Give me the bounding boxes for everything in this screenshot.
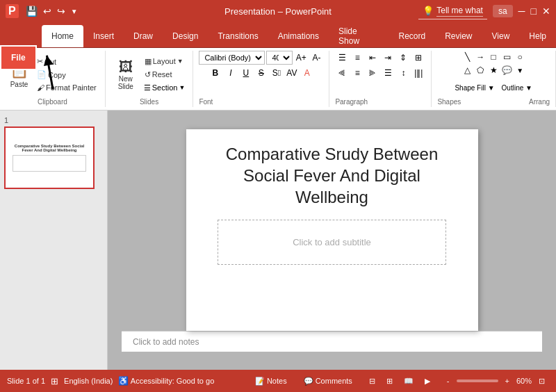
layout-button[interactable]: ▦ Layout ▼ bbox=[142, 56, 188, 67]
zoom-slider[interactable] bbox=[457, 379, 498, 382]
format-painter-button[interactable]: 🖌 Format Painter bbox=[34, 82, 99, 93]
qat-dropdown-icon[interactable]: ▼ bbox=[70, 6, 79, 17]
columns-button[interactable]: |‖| bbox=[411, 66, 425, 80]
notes-area[interactable]: Click to add notes bbox=[122, 331, 542, 352]
slide-panel: 1 Comparative Study Between Social Fever… bbox=[0, 111, 108, 370]
shape-pentagon[interactable]: ⬠ bbox=[474, 64, 486, 76]
notes-icon: 📝 bbox=[255, 377, 265, 386]
italic-button[interactable]: I bbox=[224, 66, 238, 80]
tab-review[interactable]: Review bbox=[435, 25, 482, 47]
font-size-select[interactable]: 40 bbox=[266, 51, 293, 65]
reset-icon: ↺ bbox=[145, 70, 151, 79]
shape-line[interactable]: ╲ bbox=[461, 51, 473, 63]
quick-access-toolbar: 💾 ↩ ↪ ▼ bbox=[24, 4, 79, 18]
font-color-button[interactable]: A bbox=[300, 66, 314, 80]
slide-thumb-text: Comparative Study Between Social Fever A… bbox=[6, 141, 93, 174]
slide-canvas[interactable]: Comparative Srudy BetweenSocial Fever An… bbox=[186, 129, 478, 331]
tab-home[interactable]: Home bbox=[42, 25, 83, 47]
drawing-group: ╲ → □ ▭ ○ △ ⬠ ★ 💬 ▼ Shape Fill ▼ Outline… bbox=[432, 51, 556, 107]
maximize-icon[interactable]: □ bbox=[531, 6, 537, 17]
reset-button[interactable]: ↺ Reset bbox=[142, 69, 188, 81]
tab-slideshow[interactable]: Slide Show bbox=[329, 25, 389, 47]
strikethrough-button[interactable]: S bbox=[254, 66, 268, 80]
tab-animations[interactable]: Animations bbox=[268, 25, 329, 47]
shape-star[interactable]: ★ bbox=[487, 64, 500, 76]
canvas-area: Comparative Srudy BetweenSocial Fever An… bbox=[108, 111, 556, 370]
char-spacing-button[interactable]: AV bbox=[285, 66, 299, 80]
tell-me-bar[interactable]: 💡 Tell me what bbox=[418, 3, 487, 19]
redo-icon[interactable]: ↪ bbox=[56, 4, 67, 18]
tab-draw[interactable]: Draw bbox=[124, 25, 163, 47]
shape-fill-button[interactable]: Shape Fill ▼ bbox=[452, 81, 497, 95]
decrease-font-button[interactable]: A- bbox=[309, 51, 323, 65]
zoom-out-button[interactable]: - bbox=[443, 375, 454, 387]
user-label[interactable]: sa bbox=[493, 5, 513, 17]
thumb-subtitle-box bbox=[13, 155, 86, 172]
shape-triangle[interactable]: △ bbox=[461, 64, 473, 76]
shape-oval[interactable]: ○ bbox=[514, 51, 526, 63]
text-direction-button[interactable]: ⇕ bbox=[396, 51, 410, 65]
lightbulb-icon: 💡 bbox=[423, 6, 434, 16]
shape-callout[interactable]: 💬 bbox=[500, 64, 513, 76]
fit-to-window-button[interactable]: ⊡ bbox=[534, 375, 549, 388]
indent-decrease-button[interactable]: ⇤ bbox=[366, 51, 379, 65]
section-button[interactable]: ☰ Section ▼ bbox=[142, 82, 188, 94]
shape-more[interactable]: ▼ bbox=[514, 64, 526, 76]
comments-button[interactable]: 💬 Comments bbox=[300, 375, 357, 388]
list-row: ☰ ≡ ⇤ ⇥ ⇕ ⊞ bbox=[335, 51, 425, 65]
slide-title[interactable]: Comparative Srudy BetweenSocial Fever An… bbox=[226, 143, 438, 209]
main-area: 1 Comparative Study Between Social Fever… bbox=[0, 111, 556, 370]
tab-design[interactable]: Design bbox=[163, 25, 208, 47]
reading-view-button[interactable]: 📖 bbox=[400, 375, 418, 388]
zoom-control: - + 60% ⊡ bbox=[443, 375, 549, 388]
align-right-button[interactable]: ⫸ bbox=[366, 66, 379, 80]
paragraph-label: Paragraph bbox=[335, 98, 368, 107]
normal-view-button[interactable]: ⊟ bbox=[365, 375, 379, 388]
justify-button[interactable]: ☰ bbox=[381, 66, 395, 80]
copy-button[interactable]: 📄 Copy bbox=[34, 69, 99, 81]
comments-label: Comments bbox=[316, 377, 352, 385]
shape-rect[interactable]: □ bbox=[487, 51, 500, 63]
slide-show-button[interactable]: ▶ bbox=[420, 375, 434, 388]
new-slide-button[interactable]: 🖼 New Slide bbox=[111, 51, 140, 97]
format-painter-icon: 🖌 bbox=[37, 83, 44, 92]
title-bar-left: P 💾 ↩ ↪ ▼ bbox=[6, 4, 79, 18]
cut-button[interactable]: ✂ Cut bbox=[34, 56, 99, 67]
tab-insert[interactable]: Insert bbox=[83, 25, 124, 47]
tab-view[interactable]: View bbox=[482, 25, 520, 47]
zoom-in-button[interactable]: + bbox=[501, 375, 514, 387]
undo-icon[interactable]: ↩ bbox=[42, 4, 53, 18]
text-shadow-button[interactable]: S⃟ bbox=[270, 66, 284, 80]
font-name-select[interactable]: Calibri (Body) bbox=[199, 51, 265, 65]
minimize-icon[interactable]: ─ bbox=[518, 6, 525, 17]
tab-help[interactable]: Help bbox=[519, 25, 556, 47]
shape-rounded-rect[interactable]: ▭ bbox=[500, 51, 513, 63]
slide-thumbnail[interactable]: Comparative Study Between Social Fever A… bbox=[4, 126, 95, 189]
comments-icon: 💬 bbox=[304, 377, 313, 386]
tell-me-text[interactable]: Tell me what bbox=[436, 6, 483, 17]
indent-increase-button[interactable]: ⇥ bbox=[381, 51, 395, 65]
close-icon[interactable]: ✕ bbox=[542, 6, 550, 17]
bold-button[interactable]: B bbox=[208, 66, 222, 80]
tab-transitions[interactable]: Transitions bbox=[208, 25, 268, 47]
align-row: ⫷ ≡ ⫸ ☰ ↕ |‖| bbox=[335, 66, 425, 80]
line-spacing-button[interactable]: ↕ bbox=[396, 66, 410, 80]
file-tab[interactable]: File bbox=[0, 45, 37, 70]
numbered-list-button[interactable]: ≡ bbox=[350, 51, 364, 65]
align-left-button[interactable]: ⫷ bbox=[335, 66, 349, 80]
font-name-row: Calibri (Body) 40 A+ A- bbox=[199, 51, 323, 65]
shape-arrow[interactable]: → bbox=[474, 51, 486, 63]
bullet-list-button[interactable]: ☰ bbox=[335, 51, 349, 65]
save-icon[interactable]: 💾 bbox=[24, 4, 39, 18]
shape-outline-button[interactable]: Outline ▼ bbox=[499, 81, 535, 95]
tab-record[interactable]: Record bbox=[389, 25, 435, 47]
powerpoint-logo-icon: P bbox=[6, 4, 19, 18]
convert-to-smart-art-button[interactable]: ⊞ bbox=[411, 51, 425, 65]
slide-structure-icon[interactable]: ⊞ bbox=[51, 376, 58, 386]
align-center-button[interactable]: ≡ bbox=[350, 66, 364, 80]
underline-button[interactable]: U bbox=[239, 66, 253, 80]
increase-font-button[interactable]: A+ bbox=[294, 51, 308, 65]
notes-button[interactable]: 📝 Notes bbox=[251, 375, 291, 388]
slide-sorter-button[interactable]: ⊞ bbox=[382, 375, 397, 388]
slide-subtitle-placeholder[interactable]: Click to add subtitle bbox=[218, 220, 447, 265]
